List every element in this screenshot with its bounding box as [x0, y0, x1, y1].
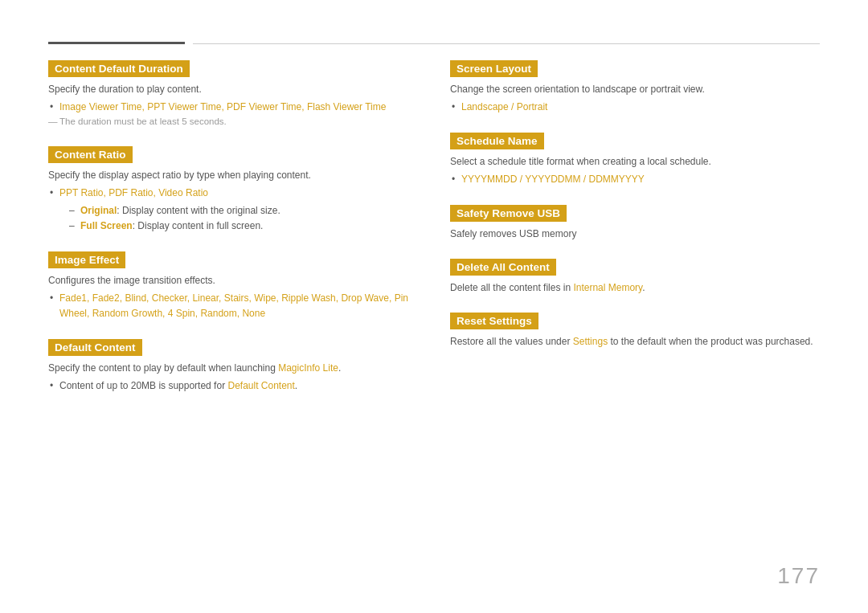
- top-rule: [48, 40, 820, 44]
- bullet-landscape-portrait: Landscape / Portrait: [461, 101, 547, 112]
- bullet-item: Fade1, Fade2, Blind, Checker, Linear, St…: [48, 291, 418, 321]
- rule-light: [193, 43, 820, 44]
- bullet-text-gold: Image Viewer Time, PPT Viewer Time, PDF …: [59, 101, 386, 112]
- bullet-list-content-ratio: PPT Ratio, PDF Ratio, Video Ratio Origin…: [48, 186, 418, 234]
- section-title-content-default-duration: Content Default Duration: [48, 60, 190, 77]
- bullet-list-image-effect: Fade1, Fade2, Blind, Checker, Linear, St…: [48, 291, 418, 321]
- bullet-item: YYYYMMDD / YYYYDDMM / DDMMYYYY: [450, 172, 820, 187]
- note-text-duration: The duration must be at least 5 seconds.: [48, 115, 418, 129]
- desc-text-2: .: [338, 362, 341, 374]
- bullet-list-content-default-duration: Image Viewer Time, PPT Viewer Time, PDF …: [48, 100, 418, 115]
- section-desc-schedule-name: Select a schedule title format when crea…: [450, 154, 820, 169]
- delete-desc-text-2: .: [642, 282, 645, 293]
- bullet-list-schedule-name: YYYYMMDD / YYYYDDMM / DDMMYYYY: [450, 172, 820, 187]
- delete-desc-text-1: Delete all the content files in: [450, 282, 573, 293]
- reset-settings-link: Settings: [573, 336, 608, 347]
- desc-magicinfo-link: MagicInfo Lite: [278, 362, 338, 374]
- section-title-safety-remove-usb: Safety Remove USB: [450, 205, 567, 222]
- section-desc-screen-layout: Change the screen orientation to landsca…: [450, 82, 820, 96]
- section-content-ratio: Content Ratio Specify the display aspect…: [48, 146, 418, 234]
- bullet-text-gold: PPT Ratio, PDF Ratio, Video Ratio: [59, 187, 208, 198]
- section-title-schedule-name: Schedule Name: [450, 133, 544, 149]
- section-desc-delete-all-content: Delete all the content files in Internal…: [450, 280, 820, 295]
- section-desc-content-ratio: Specify the display aspect ratio by type…: [48, 168, 418, 182]
- section-desc-default-content: Specify the content to play by default w…: [48, 361, 418, 375]
- delete-internal-memory-link: Internal Memory: [573, 282, 642, 293]
- sub-label-original: Original: [80, 205, 117, 216]
- bullet-item: Content of up to 20MB is supported for D…: [48, 378, 418, 394]
- bullet-item: PPT Ratio, PDF Ratio, Video Ratio Origin…: [48, 186, 418, 234]
- bullet-list-screen-layout: Landscape / Portrait: [450, 100, 820, 115]
- bullet-date-formats: YYYYMMDD / YYYYDDMM / DDMMYYYY: [461, 174, 645, 185]
- section-default-content: Default Content Specify the content to p…: [48, 339, 418, 394]
- section-desc-reset-settings: Restore all the values under Settings to…: [450, 334, 820, 349]
- left-column: Content Default Duration Specify the dur…: [48, 60, 418, 581]
- section-screen-layout: Screen Layout Change the screen orientat…: [450, 60, 820, 115]
- bullet-text-2: .: [295, 380, 297, 391]
- section-desc-image-effect: Configures the image transition effects.: [48, 273, 418, 288]
- section-title-screen-layout: Screen Layout: [450, 60, 538, 77]
- content-columns: Content Default Duration Specify the dur…: [48, 60, 820, 581]
- rule-dark: [48, 42, 185, 44]
- page-container: Content Default Duration Specify the dur…: [0, 0, 868, 613]
- desc-text-1: Specify the content to play by default w…: [48, 362, 278, 374]
- sub-text-fullscreen: : Display content in full screen.: [133, 220, 264, 231]
- section-title-reset-settings: Reset Settings: [450, 313, 538, 329]
- bullet-item: Image Viewer Time, PPT Viewer Time, PDF …: [48, 100, 418, 115]
- section-desc-safety-remove-usb: Safely removes USB memory: [450, 227, 820, 241]
- section-title-delete-all-content: Delete All Content: [450, 259, 556, 276]
- bullet-text-gold: Fade1, Fade2, Blind, Checker, Linear, St…: [59, 292, 408, 319]
- section-title-image-effect: Image Effect: [48, 251, 125, 268]
- section-title-default-content: Default Content: [48, 339, 142, 356]
- section-delete-all-content: Delete All Content Delete all the conten…: [450, 259, 820, 295]
- sub-bullet-original: Original: Display content with the origi…: [68, 203, 418, 219]
- section-safety-remove-usb: Safety Remove USB Safely removes USB mem…: [450, 205, 820, 241]
- bullet-text-1: Content of up to 20MB is supported for: [59, 380, 227, 391]
- section-reset-settings: Reset Settings Restore all the values un…: [450, 313, 820, 349]
- section-desc-content-default-duration: Specify the duration to play content.: [48, 82, 418, 96]
- sub-list-content-ratio: Original: Display content with the origi…: [68, 203, 418, 234]
- sub-bullet-fullscreen: Full Screen: Display content in full scr…: [68, 219, 418, 234]
- section-image-effect: Image Effect Configures the image transi…: [48, 251, 418, 321]
- bullet-list-default-content: Content of up to 20MB is supported for D…: [48, 378, 418, 394]
- sub-label-fullscreen: Full Screen: [80, 220, 133, 231]
- sub-text-original: : Display content with the original size…: [117, 205, 280, 216]
- reset-desc-text-2: to the default when the product was purc…: [608, 336, 813, 347]
- bullet-item: Landscape / Portrait: [450, 100, 820, 115]
- section-content-default-duration: Content Default Duration Specify the dur…: [48, 60, 418, 129]
- reset-desc-text-1: Restore all the values under: [450, 336, 573, 347]
- section-schedule-name: Schedule Name Select a schedule title fo…: [450, 133, 820, 187]
- page-number: 177: [777, 563, 820, 589]
- right-column: Screen Layout Change the screen orientat…: [450, 60, 820, 581]
- bullet-default-content-link: Default Content: [227, 380, 294, 391]
- section-title-content-ratio: Content Ratio: [48, 146, 133, 163]
